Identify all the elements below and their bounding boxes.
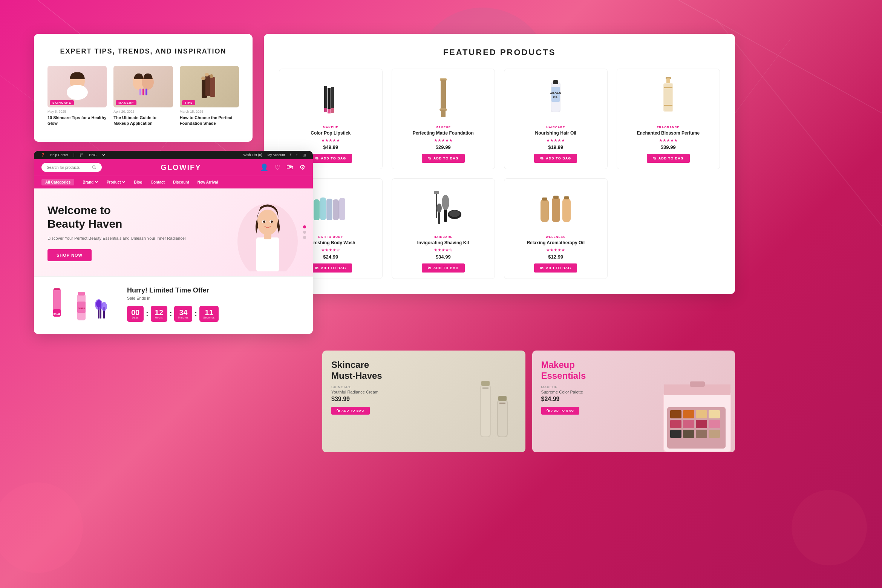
- store-offer-section: BRAND BRAND Hurry! Limited Time Offer Sa…: [34, 276, 313, 334]
- product-card-6[interactable]: HAIRCARE Invigorating Shaving Kit ★★★★☆ …: [392, 178, 495, 279]
- skincare-item-name: Youthful Radiance Cream: [331, 390, 382, 394]
- bag-icon-6: 🛍: [428, 266, 432, 270]
- twitter-icon[interactable]: t: [296, 153, 297, 157]
- offer-product-1-illustration: BRAND: [47, 286, 68, 324]
- my-account-label[interactable]: My Account: [267, 153, 285, 157]
- product-7-name: Relaxing Aromatherapy Oil: [510, 240, 602, 245]
- svg-rect-47: [333, 199, 339, 220]
- makeup-banner-title: MakeupEssentials: [541, 360, 586, 381]
- bag-icon-skincare: 🛍: [337, 409, 340, 412]
- product-3-category: HAIRCARE: [510, 126, 602, 129]
- search-icon[interactable]: [92, 165, 96, 170]
- product-4-add-to-bag[interactable]: 🛍 ADD TO BAG: [647, 154, 690, 163]
- product-6-add-to-bag[interactable]: 🛍 ADD TO BAG: [422, 263, 465, 273]
- shop-now-button[interactable]: SHOP NOW: [47, 249, 92, 261]
- svg-rect-44: [314, 199, 320, 220]
- svg-point-52: [442, 195, 449, 210]
- product-1-image: [285, 77, 377, 122]
- store-search[interactable]: [41, 163, 102, 172]
- nav-new-arrival[interactable]: New Arrival: [198, 180, 218, 184]
- cart-icon[interactable]: 🛍: [286, 163, 293, 172]
- store-topbar-left: ❓ Help Center | 🏴 ENG: [41, 153, 106, 157]
- blog-article-2-badge: MAKEUP: [116, 100, 136, 105]
- featured-products-panel: FEATURED PRODUCTS MAKEUP Color Pop Lipst…: [264, 34, 735, 294]
- svg-rect-18: [210, 77, 215, 97]
- svg-rect-98: [670, 410, 681, 418]
- timer-seconds: 11 Seconds: [199, 306, 219, 322]
- featured-products-title: FEATURED PRODUCTS: [279, 47, 720, 57]
- svg-rect-58: [552, 198, 560, 222]
- store-logo[interactable]: GLOWIFY: [161, 163, 201, 172]
- offer-product-3-illustration: [95, 286, 116, 324]
- product-3-stars: ★★★★★: [510, 138, 602, 143]
- settings-icon[interactable]: ⚙: [299, 163, 305, 172]
- product-7-price: $12.99: [510, 254, 602, 260]
- bag-icon-3: 🛍: [540, 156, 544, 160]
- instagram-icon[interactable]: ◫: [303, 153, 306, 157]
- product-5-add-to-bag[interactable]: 🛍 ADD TO BAG: [309, 263, 352, 273]
- svg-rect-104: [696, 420, 707, 428]
- nav-brand[interactable]: Brand: [83, 180, 98, 184]
- product-6-name: Invigorating Shaving Kit: [397, 240, 490, 245]
- bag-icon-5: 🛍: [315, 266, 319, 270]
- blog-article-2-image: MAKEUP: [113, 66, 173, 107]
- product-7-add-to-bag[interactable]: 🛍 ADD TO BAG: [534, 263, 577, 273]
- product-card-3[interactable]: ARGAN OIL HAIRCARE Nourishing Hair Oil ★…: [504, 69, 608, 169]
- product-card-7[interactable]: WELLNESS Relaxing Aromatherapy Oil ★★★★★…: [504, 178, 608, 279]
- foundation-illustration: [434, 77, 453, 122]
- blog-article-2-title: The Ultimate Guide to Makeup Application: [113, 115, 173, 127]
- search-input[interactable]: [47, 165, 89, 170]
- product-1-name: Color Pop Lipstick: [285, 130, 377, 136]
- svg-rect-62: [564, 196, 569, 199]
- skincare-add-to-bag[interactable]: 🛍 ADD TO BAG: [331, 407, 370, 415]
- makeup-banner[interactable]: MakeupEssentials MAKEUP Supreme Color Pa…: [532, 351, 735, 452]
- heart-icon[interactable]: ♡: [274, 163, 280, 172]
- svg-rect-111: [690, 381, 705, 387]
- svg-text:OIL: OIL: [553, 95, 558, 99]
- makeup-item-category: MAKEUP: [541, 385, 586, 389]
- blog-article-2[interactable]: MAKEUP April 20, 2025 The Ultimate Guide…: [113, 66, 173, 127]
- product-3-add-to-bag[interactable]: 🛍 ADD TO BAG: [534, 154, 577, 163]
- brand-chevron-icon: [95, 181, 98, 184]
- blog-article-2-date: April 20, 2025: [113, 110, 173, 113]
- nav-discount[interactable]: Discount: [173, 180, 189, 184]
- nav-contact[interactable]: Contact: [151, 180, 165, 184]
- blog-article-1-image: SKINCARE: [47, 66, 107, 107]
- product-card-4[interactable]: FRAGRANCE Enchanted Blossom Perfume ★★★★…: [617, 69, 720, 169]
- facebook-icon[interactable]: f: [290, 153, 291, 157]
- blog-article-1[interactable]: SKINCARE May 5, 2025 10 Skincare Tips fo…: [47, 66, 107, 127]
- hero-model-illustration: [234, 188, 302, 271]
- language-label[interactable]: ENG: [89, 153, 96, 157]
- svg-rect-27: [331, 108, 334, 113]
- makeup-add-to-bag[interactable]: 🛍 ADD TO BAG: [541, 407, 580, 415]
- product-6-image: [397, 186, 490, 231]
- offer-countdown-timer: 00 Days : 12 Hours : 34 Minutes : 11 Sec…: [127, 306, 299, 322]
- chevron-down-icon: [102, 153, 106, 157]
- skincare-banner[interactable]: SkincareMust-Haves SKINCARE Youthful Rad…: [322, 351, 525, 452]
- nav-blog[interactable]: Blog: [134, 180, 142, 184]
- product-2-price: $29.99: [397, 144, 490, 150]
- product-card-2[interactable]: MAKEUP Perfecting Matte Foundation ★★★★★…: [392, 69, 495, 169]
- svg-rect-15: [145, 89, 147, 95]
- help-center-label[interactable]: Help Center: [50, 153, 68, 157]
- product-1-add-to-bag[interactable]: 🛍 ADD TO BAG: [309, 154, 352, 163]
- makeup-banner-content: MakeupEssentials MAKEUP Supreme Color Pa…: [541, 360, 586, 415]
- user-icon[interactable]: 👤: [260, 163, 268, 172]
- blog-panel-title: EXPERT TIPS, TRENDS, AND INSPIRATION: [47, 47, 239, 55]
- svg-rect-107: [683, 430, 694, 438]
- product-2-add-to-bag[interactable]: 🛍 ADD TO BAG: [422, 154, 465, 163]
- wish-list-label[interactable]: Wish List (0): [243, 153, 262, 157]
- nav-product[interactable]: Product: [107, 180, 126, 184]
- offer-title: Hurry! Limited Time Offer: [127, 286, 299, 294]
- makeup-item-price: $24.99: [541, 396, 586, 403]
- offer-product-2-illustration: BRAND: [71, 286, 92, 324]
- blog-article-3[interactable]: TIPS March 15, 2025 How to Choose the Pe…: [180, 66, 239, 127]
- hero-model-area: [234, 188, 302, 271]
- svg-rect-23: [328, 88, 331, 110]
- skincare-product-illustration: [469, 369, 522, 452]
- nav-all-categories[interactable]: All Categories: [41, 179, 74, 185]
- makeup-palette-illustration: [641, 377, 735, 452]
- svg-rect-25: [324, 108, 327, 112]
- svg-point-84: [96, 300, 101, 308]
- product-7-stars: ★★★★★: [510, 248, 602, 253]
